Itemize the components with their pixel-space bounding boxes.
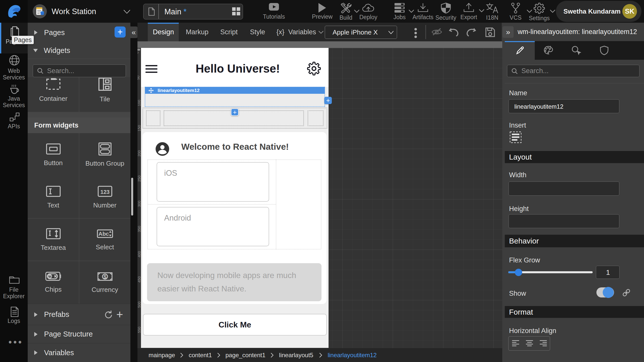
svg-text:Abc: Abc: [98, 231, 109, 237]
svg-text:$: $: [103, 274, 106, 280]
svg-text:123: 123: [100, 189, 110, 195]
